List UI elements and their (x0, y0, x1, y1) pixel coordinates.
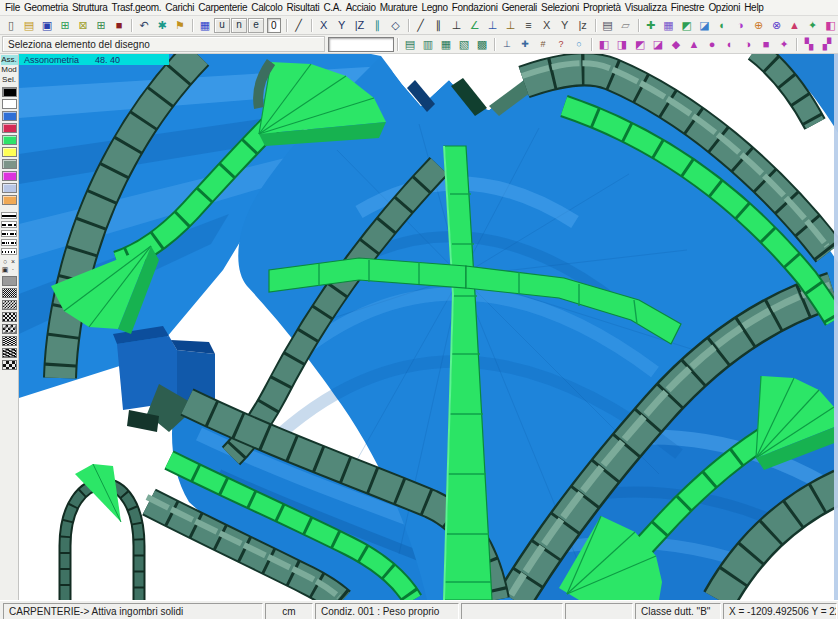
offset-mesh-icon[interactable]: ◐ (721, 36, 739, 53)
layers-icon[interactable]: ▦ (196, 17, 214, 34)
snap-normal-icon[interactable]: ⊥ (484, 17, 502, 34)
delete-model-icon[interactable]: ■ (110, 17, 128, 34)
menu-fondazioni[interactable]: Fondazioni (450, 2, 500, 13)
color-swatch-5[interactable] (2, 147, 17, 157)
menu-carichi[interactable]: Carichi (163, 2, 196, 13)
selection-input[interactable] (328, 37, 394, 52)
snap-grid-icon[interactable]: ≡ (520, 17, 538, 34)
node-dot-icon[interactable]: ○ (570, 36, 588, 53)
hatch-pattern-checker-small[interactable] (2, 300, 17, 310)
hatch-pattern-dither-coarse[interactable] (2, 348, 17, 358)
shaded-view-icon[interactable]: ▧ (455, 36, 473, 53)
color-swatch-6[interactable] (2, 159, 17, 169)
scale-mesh-icon[interactable]: ◪ (649, 36, 667, 53)
ucs-e-button[interactable]: e (248, 18, 264, 33)
numbering-icon[interactable]: # (534, 36, 552, 53)
rotate-mesh-icon[interactable]: ◨ (613, 36, 631, 53)
mirror-mesh-icon[interactable]: ◩ (631, 36, 649, 53)
menu-selezioni[interactable]: Selezioni (539, 2, 581, 13)
menu-risultati[interactable]: Risultati (285, 2, 322, 13)
mesh-shells-icon[interactable]: ◩ (678, 17, 696, 34)
mesh-beams-icon[interactable]: ▦ (660, 17, 678, 34)
divide-mesh-icon[interactable]: ◆ (667, 36, 685, 53)
sidebar-tab-selezione[interactable]: Sel. (1, 75, 18, 85)
snap-base-icon[interactable]: ⊥ (502, 17, 520, 34)
viewport-canvas[interactable] (19, 54, 838, 600)
undo-icon[interactable]: ↶ (135, 17, 153, 34)
save-icon[interactable]: ▣ (38, 17, 56, 34)
snap-angle-icon[interactable]: ∠ (466, 17, 484, 34)
menu-geometria[interactable]: Geometria (22, 2, 70, 13)
ucs-view-icon[interactable]: ⊥ (498, 36, 516, 53)
gen-floor-icon[interactable]: ▚ (800, 36, 818, 53)
menu-carpenterie[interactable]: Carpenterie (196, 2, 249, 13)
polygon-icon[interactable]: ◇ (387, 17, 405, 34)
align-mesh-icon[interactable]: ▲ (685, 36, 703, 53)
color-swatch-3[interactable] (2, 123, 17, 133)
hatch-pattern-checker-medium[interactable] (2, 312, 17, 322)
color-swatch-4[interactable] (2, 135, 17, 145)
menu-generali[interactable]: Generali (500, 2, 539, 13)
menu-acciaio[interactable]: Acciaio (344, 2, 378, 13)
snap-line-icon[interactable]: ╱ (412, 17, 430, 34)
menu-help[interactable]: Help (742, 2, 765, 13)
coordinate-field[interactable]: 0 (267, 18, 281, 33)
axis-z-icon[interactable]: |Z (351, 17, 369, 34)
merge-model-icon[interactable]: ⊞ (92, 17, 110, 34)
menu-propriet[interactable]: Proprietà (581, 2, 623, 13)
menu-trasf-geom[interactable]: Trasf.geom. (110, 2, 164, 13)
open-folder-icon[interactable]: ▤ (20, 17, 38, 34)
move-mesh-icon[interactable]: ◧ (595, 36, 613, 53)
snap-z-icon[interactable]: |z (574, 17, 592, 34)
color-swatch-1[interactable] (2, 99, 17, 109)
line-style-dotted[interactable] (1, 248, 17, 255)
snap-parallel-icon[interactable]: ∥ (430, 17, 448, 34)
mesh-nodes-icon[interactable]: ✚ (642, 17, 660, 34)
gen-measure-icon[interactable]: ◧ (822, 17, 838, 34)
node-symbol-3[interactable]: · (9, 266, 17, 274)
model-viewport[interactable]: Assonometria 48. 40 (19, 54, 838, 600)
color-swatch-2[interactable] (2, 111, 17, 121)
color-swatch-7[interactable] (2, 171, 17, 181)
menu-file[interactable]: File (3, 2, 22, 13)
menu-opzioni[interactable]: Opzioni (706, 2, 742, 13)
line-style-dashdot[interactable] (1, 230, 17, 237)
renumber-mesh-icon[interactable]: ■ (757, 36, 775, 53)
color-swatch-0[interactable] (2, 87, 17, 97)
eraser-icon[interactable]: ▱ (617, 17, 635, 34)
query-icon[interactable]: ? (552, 36, 570, 53)
snap-y-icon[interactable]: Y (556, 17, 574, 34)
hatch-pattern-checker-xl[interactable] (2, 360, 17, 370)
weld-mesh-icon[interactable]: ◑ (739, 36, 757, 53)
stretch-mesh-icon[interactable]: ● (703, 36, 721, 53)
color-swatch-9[interactable] (2, 195, 17, 205)
hatch-pattern-solid-gray[interactable] (2, 276, 17, 286)
mesh-solids-icon[interactable]: ◪ (696, 17, 714, 34)
notes-icon[interactable]: ▤ (599, 17, 617, 34)
gen-extrude-icon[interactable]: ▲ (786, 17, 804, 34)
gen-copy-icon[interactable]: ⊕ (750, 17, 768, 34)
node-symbol-1[interactable]: × (9, 258, 17, 266)
parallel-axis-icon[interactable]: ∥ (369, 17, 387, 34)
ucs-u-button[interactable]: u (214, 18, 230, 33)
new-file-icon[interactable]: ▯ (2, 17, 20, 34)
color-swatch-8[interactable] (2, 183, 17, 193)
line-style-dashed[interactable] (1, 221, 17, 228)
optimize-mesh-icon[interactable]: ✦ (775, 36, 793, 53)
hatch-pattern-dither-dense[interactable] (2, 336, 17, 346)
line-style-solid[interactable] (1, 212, 17, 219)
sidebar-tab-modello[interactable]: Mod (1, 65, 18, 75)
menu-murature[interactable]: Murature (378, 2, 420, 13)
gen-rotate-icon[interactable]: ◑ (732, 17, 750, 34)
sidebar-tab-assonometria[interactable]: Ass. (1, 55, 18, 65)
menu-visualizza[interactable]: Visualizza (623, 2, 669, 13)
hatch-pattern-checker-large[interactable] (2, 324, 17, 334)
wireframe-view-icon[interactable]: ▤ (401, 36, 419, 53)
axis-x-icon[interactable]: X (315, 17, 333, 34)
axis-y-icon[interactable]: Y (333, 17, 351, 34)
menu-legno[interactable]: Legno (419, 2, 449, 13)
ucs-n-button[interactable]: n (231, 18, 247, 33)
menu-calcolo[interactable]: Calcolo (249, 2, 284, 13)
gen-move-icon[interactable]: ⊗ (768, 17, 786, 34)
gen-arc-icon[interactable]: ◐ (714, 17, 732, 34)
